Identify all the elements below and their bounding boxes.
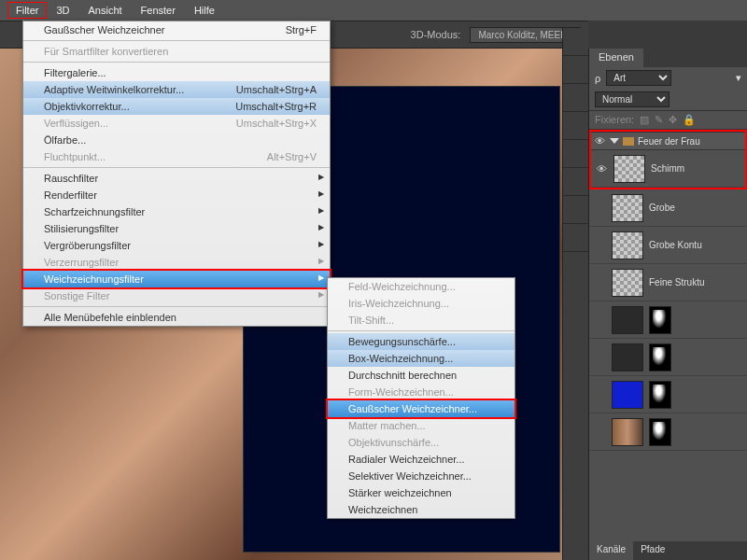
layer-group[interactable]: 👁 Feuer der Frau — [591, 132, 745, 150]
submenu-iris-blur: Iris-Weichzeichnung... — [328, 295, 514, 312]
layer-thumbnail[interactable] — [612, 231, 643, 259]
layer-thumbnail[interactable] — [612, 306, 643, 334]
group-name: Feuer der Frau — [638, 136, 700, 147]
layer-thumbnail[interactable] — [612, 381, 643, 409]
layer-mask[interactable] — [649, 343, 671, 371]
menu-ansicht[interactable]: Ansicht — [79, 1, 132, 20]
layer-thumbnail[interactable] — [613, 155, 645, 183]
folder-icon — [623, 137, 634, 146]
layer-name: Grobe — [649, 203, 675, 213]
layer-row[interactable] — [589, 413, 747, 451]
layer-name: Feine Struktu — [649, 277, 704, 287]
layer-thumbnail[interactable] — [612, 418, 643, 446]
menubar: Filter 3D Ansicht Fenster Hilfe — [0, 0, 747, 21]
menu-sharpen[interactable]: Scharfzeichnungsfilter — [23, 203, 330, 220]
lock-all-icon[interactable]: 🔒 — [683, 114, 696, 126]
panel-icon[interactable] — [563, 84, 588, 112]
submenu-box-blur[interactable]: Box-Weichzeichnung... — [328, 350, 514, 367]
tab-kanaele[interactable]: Kanäle — [589, 541, 633, 560]
menu-smart-convert: Für Smartfilter konvertieren — [23, 43, 330, 60]
lock-paint-icon[interactable]: ✎ — [655, 114, 663, 126]
tab-ebenen[interactable]: Ebenen — [589, 49, 643, 67]
group-toggle-icon[interactable] — [610, 138, 619, 144]
layer-row[interactable] — [589, 376, 747, 413]
layer-mask[interactable] — [649, 381, 671, 409]
submenu-tilt-shift: Tilt-Shift... — [328, 312, 514, 329]
layer-name: Schimm — [651, 163, 684, 174]
lock-move-icon[interactable]: ✥ — [669, 114, 677, 126]
visibility-icon[interactable]: 👁 — [595, 135, 606, 147]
layer-mask[interactable] — [649, 306, 671, 334]
menu-other[interactable]: Sonstige Filter — [23, 287, 330, 304]
panel-icon[interactable] — [563, 196, 588, 224]
menu-3d[interactable]: 3D — [47, 1, 78, 20]
menu-pixelate[interactable]: Vergröberungsfilter — [23, 237, 330, 254]
layer-row[interactable]: 👁 Schimm — [591, 150, 745, 188]
menu-last-filter[interactable]: Gaußscher WeichzeichnerStrg+F — [23, 21, 330, 38]
layers-panel: Ebenen ρArt ▾ Normal Fixieren: ▨ ✎ ✥ 🔒 👁… — [588, 49, 747, 560]
menu-fenster[interactable]: Fenster — [132, 1, 185, 20]
panel-icon[interactable] — [563, 224, 588, 252]
menu-hilfe[interactable]: Hilfe — [185, 1, 224, 20]
submenu-lens-blur: Objektivunschärfe... — [328, 434, 514, 451]
menu-distort[interactable]: Verzerrungsfilter — [23, 254, 330, 271]
layer-row[interactable] — [589, 339, 747, 376]
submenu-field-blur: Feld-Weichzeichnung... — [328, 278, 514, 295]
panel-icon[interactable] — [563, 28, 588, 56]
menu-noise[interactable]: Rauschfilter — [23, 170, 330, 187]
layer-row[interactable]: Grobe Kontu — [589, 227, 747, 264]
layer-name: Grobe Kontu — [649, 240, 702, 250]
submenu-blur-more[interactable]: Stärker weichzeichnen — [328, 484, 514, 501]
layer-mask[interactable] — [649, 418, 671, 446]
layer-row[interactable] — [589, 301, 747, 339]
layer-thumbnail[interactable] — [612, 269, 643, 297]
collapsed-panels-strip — [562, 28, 588, 560]
lock-row: Fixieren: ▨ ✎ ✥ 🔒 — [589, 110, 747, 130]
submenu-average[interactable]: Durchschnitt berechnen — [328, 367, 514, 384]
menu-blur[interactable]: Weichzeichnungsfilter — [23, 271, 330, 287]
layer-row[interactable]: Feine Struktu — [589, 264, 747, 301]
menu-filter-gallery[interactable]: Filtergalerie... — [23, 64, 330, 81]
menu-stylize[interactable]: Stilisierungsfilter — [23, 220, 330, 237]
menu-vanishing-point: Fluchtpunkt...Alt+Strg+V — [23, 148, 330, 165]
panel-icon[interactable] — [563, 168, 588, 196]
panel-bottom-tabs: Kanäle Pfade — [589, 541, 747, 560]
submenu-motion-blur[interactable]: Bewegungsunschärfe... — [328, 333, 514, 350]
tab-pfade[interactable]: Pfade — [633, 541, 672, 560]
menu-adaptive[interactable]: Adaptive Weitwinkelkorrektur...Umschalt+… — [23, 81, 330, 98]
filter-menu: Gaußscher WeichzeichnerStrg+F Für Smartf… — [22, 21, 331, 327]
lock-label: Fixieren: — [595, 114, 634, 126]
layer-row[interactable]: Grobe — [589, 189, 747, 227]
panel-tabs: Ebenen — [589, 49, 747, 67]
blur-submenu: Feld-Weichzeichnung... Iris-Weichzeichnu… — [327, 277, 515, 519]
menu-filter[interactable]: Filter — [7, 2, 47, 19]
panel-icon[interactable] — [563, 140, 588, 168]
lock-transparent-icon[interactable]: ▨ — [640, 114, 649, 126]
menu-liquify: Verflüssigen...Umschalt+Strg+X — [23, 115, 330, 132]
panel-icon[interactable] — [563, 112, 588, 140]
mode-label: 3D-Modus: — [411, 29, 461, 40]
visibility-icon[interactable]: 👁 — [597, 163, 608, 175]
blend-mode-select[interactable]: Normal — [595, 91, 669, 107]
highlighted-layer-area: 👁 Feuer der Frau 👁 Schimm — [589, 130, 747, 189]
submenu-blur[interactable]: Weichzeichnen — [328, 501, 514, 518]
menu-oil[interactable]: Ölfarbe... — [23, 132, 330, 148]
layer-thumbnail[interactable] — [612, 194, 643, 222]
submenu-matte[interactable]: Matter machen... — [328, 417, 514, 434]
kind-select[interactable]: Art — [606, 70, 671, 86]
panel-icon[interactable] — [563, 56, 588, 84]
menu-render[interactable]: Renderfilter — [23, 187, 330, 203]
menu-show-all[interactable]: Alle Menübefehle einblenden — [23, 309, 330, 326]
submenu-radial-blur[interactable]: Radialer Weichzeichner... — [328, 451, 514, 468]
submenu-smart-blur[interactable]: Selektiver Weichzeichner... — [328, 468, 514, 484]
menu-lens-correction[interactable]: Objektivkorrektur...Umschalt+Strg+R — [23, 98, 330, 115]
layer-thumbnail[interactable] — [612, 343, 643, 371]
submenu-gaussian-blur[interactable]: Gaußscher Weichzeichner... — [326, 399, 516, 419]
